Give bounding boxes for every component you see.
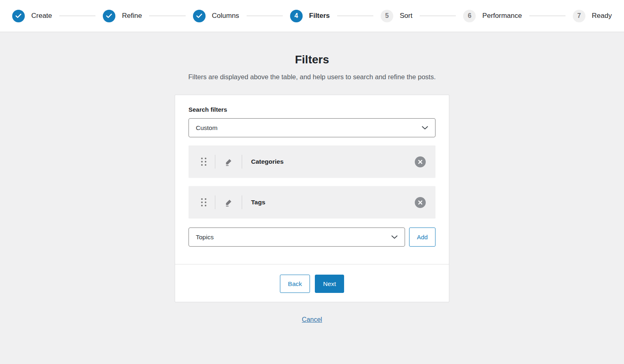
check-icon (12, 10, 25, 22)
page-subtitle: Filters are displayed above the table, a… (0, 73, 624, 81)
drag-handle-icon[interactable] (201, 198, 206, 206)
divider (242, 195, 242, 209)
step-ready[interactable]: 7 Ready (573, 10, 612, 22)
card-footer: Back Next (175, 264, 449, 302)
step-columns[interactable]: Columns (193, 10, 239, 22)
step-connector (337, 15, 373, 16)
step-connector (247, 15, 283, 16)
step-performance[interactable]: 6 Performance (463, 10, 522, 22)
wizard-content: Filters Filters are displayed above the … (0, 32, 624, 323)
step-create[interactable]: Create (12, 10, 52, 22)
add-filter-row: Topics Add (188, 228, 436, 247)
wizard-stepper: Create Refine Columns 4 Filters 5 Sort 6… (0, 0, 624, 32)
divider (242, 155, 242, 169)
step-number: 7 (573, 10, 585, 22)
remove-filter-icon[interactable] (415, 156, 426, 167)
step-label: Columns (212, 12, 239, 20)
step-sort[interactable]: 5 Sort (381, 10, 412, 22)
cancel-link[interactable]: Cancel (302, 316, 322, 323)
filter-row-categories: Categories (188, 145, 436, 178)
step-number: 5 (381, 10, 393, 22)
drag-handle-icon[interactable] (201, 158, 206, 166)
check-icon (103, 10, 115, 22)
step-label: Filters (309, 12, 330, 20)
chevron-down-icon (391, 235, 398, 239)
step-connector (529, 15, 566, 16)
check-icon (193, 10, 206, 22)
filter-row-tags: Tags (188, 186, 436, 219)
divider (215, 155, 215, 169)
step-label: Create (31, 12, 52, 20)
edit-pencil-icon[interactable] (224, 198, 233, 207)
step-connector (420, 15, 456, 16)
search-filters-label: Search filters (188, 106, 436, 113)
back-button[interactable]: Back (280, 275, 310, 293)
filter-label: Tags (251, 199, 265, 206)
step-connector (149, 15, 185, 16)
remove-filter-icon[interactable] (415, 197, 426, 208)
step-filters[interactable]: 4 Filters (290, 10, 330, 22)
filters-card: Search filters Custom (175, 95, 449, 302)
divider (215, 195, 215, 209)
next-button[interactable]: Next (315, 275, 344, 293)
step-number: 4 (290, 10, 303, 22)
step-label: Sort (400, 12, 412, 20)
select-value: Custom (196, 124, 217, 132)
filter-label: Categories (251, 158, 284, 165)
step-number: 6 (463, 10, 476, 22)
select-value: Topics (196, 234, 214, 241)
add-filter-button[interactable]: Add (409, 228, 436, 247)
step-label: Performance (482, 12, 522, 20)
chevron-down-icon (422, 126, 428, 130)
step-label: Refine (122, 12, 142, 20)
step-refine[interactable]: Refine (103, 10, 142, 22)
add-filter-select[interactable]: Topics (188, 228, 405, 247)
edit-pencil-icon[interactable] (224, 157, 233, 167)
step-connector (59, 15, 95, 16)
page-title: Filters (0, 53, 624, 66)
step-label: Ready (592, 12, 612, 20)
filter-type-select[interactable]: Custom (188, 118, 436, 137)
